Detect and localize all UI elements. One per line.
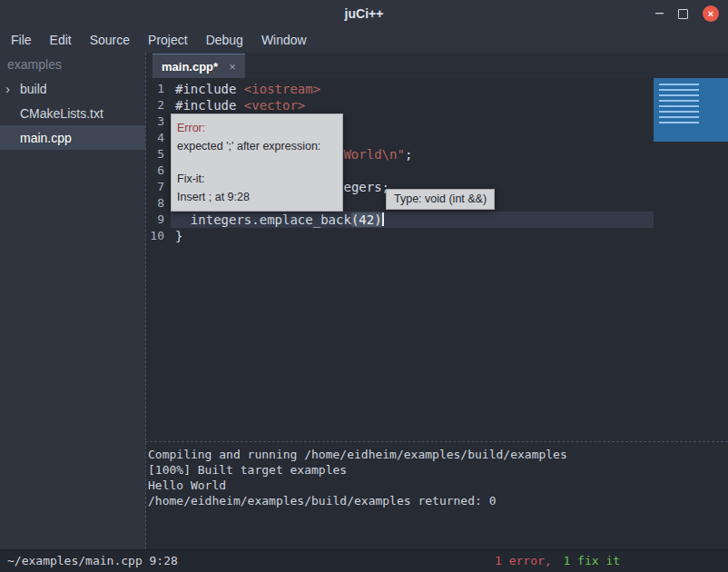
status-bar: ~/examples/main.cpp 9:28 1 error, 1 fix … — [0, 549, 728, 572]
error-tooltip-title: Error: — [177, 119, 337, 137]
menu-item-window[interactable]: Window — [252, 33, 316, 47]
type-tooltip: Type: void (int &&) — [386, 189, 495, 210]
line-text: #include <vector> — [171, 97, 654, 113]
line-number: 3 — [145, 113, 171, 130]
maximize-icon[interactable] — [678, 9, 688, 19]
line-number: 10 — [145, 228, 171, 244]
code-line-1[interactable]: 1#include <iostream> — [145, 81, 728, 97]
code-token: #include — [175, 98, 244, 113]
tab-label: main.cpp* — [162, 60, 218, 74]
status-diagnostics: 1 error, 1 fix it — [495, 550, 620, 571]
line-text: #include <iostream> — [171, 81, 654, 97]
code-token: <vector> — [244, 98, 305, 113]
terminal-line: Hello World — [148, 478, 725, 493]
chevron-right-icon[interactable]: › — [5, 82, 18, 95]
fixit-text: Insert ; at 9:28 — [177, 188, 337, 206]
tab-main-cpp[interactable]: main.cpp* × — [152, 54, 245, 78]
menu-item-project[interactable]: Project — [139, 33, 197, 47]
code-token: (42) — [351, 212, 382, 227]
line-number: 7 — [145, 179, 171, 195]
line-number: 6 — [145, 163, 171, 179]
tab-close-icon[interactable]: × — [229, 60, 236, 74]
file-tree-item-main-cpp[interactable]: main.cpp — [0, 125, 145, 150]
line-number: 8 — [145, 195, 171, 212]
file-tree-item-cmakelists-txt[interactable]: CMakeLists.txt — [0, 101, 145, 125]
menu-item-edit[interactable]: Edit — [41, 33, 81, 47]
window-controls: – × — [655, 0, 719, 27]
error-tooltip-message: expected ';' after expression: — [177, 137, 337, 155]
close-icon[interactable]: × — [703, 5, 719, 22]
titlebar[interactable]: juCi++ – × — [0, 0, 728, 27]
code-line-9[interactable]: 9 integers.emplace_back(42) — [145, 212, 728, 228]
fixit-count: 1 fix it — [563, 554, 620, 567]
minimap-code-lines — [659, 84, 699, 123]
code-line-2[interactable]: 2#include <vector> — [145, 97, 728, 113]
pane-separator-vertical[interactable] — [145, 53, 146, 549]
code-token: <iostream> — [244, 82, 320, 96]
juci-window: juCi++ – × FileEditSourceProjectDebugWin… — [0, 0, 728, 572]
file-tree-panel: examples ›buildCMakeLists.txtmain.cpp — [0, 53, 145, 549]
code-token: ; — [405, 147, 412, 162]
status-location: ~/examples/main.cpp 9:28 — [7, 550, 178, 571]
terminal-line: [100%] Built target examples — [148, 462, 725, 478]
error-count: 1 error, — [495, 554, 552, 567]
line-number: 4 — [145, 130, 171, 146]
menu-item-debug[interactable]: Debug — [197, 33, 252, 47]
fixit-title: Fix-it: — [177, 170, 337, 188]
file-label: build — [20, 82, 47, 96]
line-number: 5 — [145, 146, 171, 163]
tab-bar: main.cpp* × — [145, 53, 728, 78]
code-token: integers.emplace_back — [175, 212, 351, 227]
code-line-10[interactable]: 10} — [145, 228, 728, 244]
menu-item-source[interactable]: Source — [81, 33, 139, 47]
minimize-icon[interactable]: – — [655, 5, 664, 20]
line-number: 1 — [145, 81, 171, 97]
minimap[interactable] — [654, 78, 728, 142]
file-label: main.cpp — [20, 131, 72, 145]
code-token: } — [175, 229, 182, 243]
line-text: } — [171, 228, 654, 244]
terminal-line: Compiling and running /home/eidheim/exam… — [148, 447, 725, 462]
file-tree: ›buildCMakeLists.txtmain.cpp — [0, 76, 145, 150]
line-number: 2 — [145, 97, 171, 113]
code-token: #include — [175, 82, 244, 96]
window-title: juCi++ — [345, 6, 384, 21]
error-tooltip: Error: expected ';' after expression: Fi… — [171, 113, 343, 212]
file-tree-item-build[interactable]: ›build — [0, 76, 145, 101]
text-cursor — [382, 212, 384, 226]
terminal-line: /home/eidheim/examples/build/examples re… — [148, 493, 725, 508]
project-folder-label[interactable]: examples — [0, 53, 145, 76]
terminal-output[interactable]: Compiling and running /home/eidheim/exam… — [145, 441, 728, 549]
file-label: CMakeLists.txt — [20, 106, 103, 121]
menu-item-file[interactable]: File — [2, 33, 41, 47]
menu-bar: FileEditSourceProjectDebugWindow — [0, 27, 728, 53]
line-text: integers.emplace_back(42) — [171, 212, 654, 228]
line-number: 9 — [145, 212, 171, 228]
